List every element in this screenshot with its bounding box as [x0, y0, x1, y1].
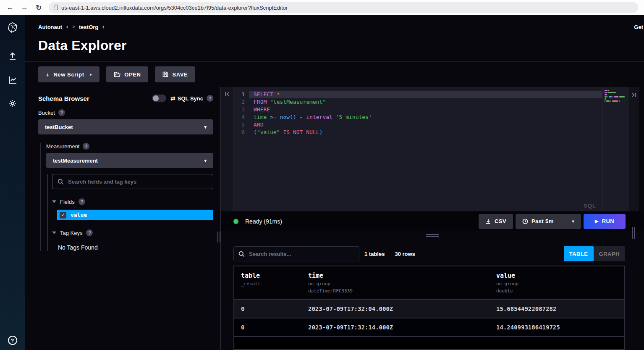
status-dot-icon: [233, 219, 238, 224]
results-panel: Search results... 1 tables 30 rows TABLE…: [221, 239, 644, 350]
schema-browser-title: Schema Browser: [38, 95, 89, 102]
save-icon: [162, 71, 168, 77]
column-header: valueno groupdouble: [490, 272, 624, 294]
table-row: 02023-07-09T17:32:14.000Z14.240993186419…: [234, 318, 624, 337]
sync-arrows-icon: ⇄: [170, 95, 175, 102]
bucket-dropdown[interactable]: testBucket▾: [38, 119, 213, 134]
influxdb-logo[interactable]: [0, 15, 25, 40]
sql-editor[interactable]: 123456 SELECT *FROM "testMeasurement"WHE…: [221, 87, 628, 211]
tab-table[interactable]: TABLE: [564, 246, 594, 261]
results-search-input[interactable]: Search results...: [233, 246, 359, 261]
save-button[interactable]: SAVE: [155, 66, 195, 82]
results-rows: 02023-07-09T17:32:04.000Z15.685449220872…: [234, 300, 624, 337]
download-icon: [485, 218, 491, 224]
play-icon: ▶: [595, 218, 599, 224]
run-query-button[interactable]: ▶ RUN: [584, 214, 626, 229]
padlock-icon: [54, 7, 58, 10]
nav-right-text[interactable]: Get: [634, 24, 643, 30]
query-statusbar: Ready (91ms) CSV Past 5m ▾ ▶: [221, 211, 644, 231]
code-line: FROM "testMeasurement": [249, 98, 602, 106]
code-line: ("value" IS NOT NULL): [249, 129, 602, 136]
collapse-left-strip[interactable]: [221, 87, 233, 211]
breadcrumb: Autonaut ▲▼ > testOrg ▲▼ Get: [25, 15, 644, 30]
chevron-down-icon: ▾: [90, 72, 92, 77]
fields-search-input[interactable]: Search fields and tag keys: [52, 174, 213, 189]
time-range-dropdown[interactable]: Past 5m ▾: [516, 214, 581, 229]
expand-right-strip[interactable]: [628, 87, 639, 211]
code-line: time >= now() - interval '5 minutes': [249, 113, 602, 121]
checkbox-checked-icon[interactable]: ✓: [60, 212, 66, 218]
open-button[interactable]: OPEN: [106, 66, 148, 82]
language-label: SQL: [584, 203, 596, 209]
tables-count: 1 tables: [364, 251, 385, 257]
field-item-value[interactable]: ✓ value: [57, 210, 213, 220]
measurement-help-icon[interactable]: ?: [83, 143, 89, 150]
table-row: 02023-07-09T17:32:04.000Z15.685449220872…: [234, 300, 624, 318]
code-line: WHERE: [249, 106, 602, 113]
fields-help-icon[interactable]: ?: [79, 198, 85, 205]
tab-graph[interactable]: GRAPH: [594, 246, 625, 261]
horizontal-drag-handle[interactable]: [426, 234, 439, 238]
bucket-help-icon[interactable]: ?: [58, 109, 65, 116]
collapse-left-icon: [224, 91, 230, 97]
suborg-name[interactable]: testOrg: [79, 24, 98, 30]
folder-icon: [114, 71, 120, 77]
results-resize-divider[interactable]: [221, 231, 644, 239]
breadcrumb-separator: >: [72, 24, 75, 30]
data-explorer-icon[interactable]: [0, 73, 25, 87]
measurement-label: Measurement?: [46, 143, 213, 150]
sql-sync-label: ⇄ SQL Sync: [170, 95, 203, 102]
plus-icon: +: [46, 71, 50, 78]
chevron-down-icon: ▾: [204, 124, 207, 130]
fields-group[interactable]: Fields ?: [52, 198, 213, 205]
line-numbers: 123456: [233, 87, 249, 211]
no-tags-text: No Tags Found: [58, 244, 213, 251]
settings-gear-icon[interactable]: [0, 96, 25, 111]
code-lines[interactable]: SELECT *FROM "testMeasurement"WHEREtime …: [249, 87, 602, 211]
bucket-label: Bucket?: [38, 109, 213, 116]
code-line: AND: [249, 121, 602, 129]
browser-chrome: ← → ↻ us-east-1-1.aws.cloud2.influxdata.…: [0, 0, 644, 15]
chevron-down-icon[interactable]: [52, 200, 56, 203]
org-switcher-icon[interactable]: ▲▼: [66, 25, 68, 29]
org-name[interactable]: Autonaut: [38, 24, 62, 30]
help-icon[interactable]: ?: [8, 336, 17, 345]
measurement-dropdown[interactable]: testMeasurement▾: [46, 153, 213, 168]
chevron-down-icon[interactable]: [52, 232, 56, 234]
vertical-drag-handle[interactable]: [632, 227, 635, 239]
csv-download-button[interactable]: CSV: [479, 214, 513, 229]
expand-right-icon: [631, 92, 637, 98]
column-header: table_result: [234, 272, 301, 294]
search-icon: [58, 179, 64, 185]
back-icon[interactable]: ←: [6, 3, 14, 12]
page-title: Data Explorer: [38, 36, 644, 55]
url-text[interactable]: us-east-1-1.aws.cloud2.influxdata.com/or…: [61, 5, 288, 11]
sidebar: ?: [0, 15, 25, 350]
search-icon: [238, 251, 245, 257]
forward-icon[interactable]: →: [20, 3, 29, 12]
script-toolbar: + New Script ▾ OPEN SAVE: [25, 62, 644, 87]
sql-sync-help-icon[interactable]: ?: [207, 95, 213, 102]
refresh-icon[interactable]: ↻: [34, 3, 43, 12]
new-script-button[interactable]: + New Script ▾: [38, 66, 99, 82]
tag-keys-help-icon[interactable]: ?: [86, 229, 93, 236]
suborg-switcher-icon[interactable]: ▲▼: [102, 25, 105, 29]
upload-icon[interactable]: [0, 49, 25, 63]
view-tabs: TABLE GRAPH: [564, 246, 625, 261]
results-table: table_resulttimeno groupdateTime:RFC3339…: [233, 266, 625, 350]
sql-sync-toggle[interactable]: [152, 95, 166, 102]
schema-browser-panel: Schema Browser ⇄ SQL Sync ? Bucket? test…: [25, 87, 221, 350]
code-line: SELECT *: [249, 91, 602, 98]
chevron-down-icon: ▾: [572, 219, 574, 224]
clock-icon: [522, 218, 528, 224]
status-text: Ready (91ms): [245, 218, 282, 225]
panel-resize-handle[interactable]: [217, 232, 220, 242]
address-bar[interactable]: us-east-1-1.aws.cloud2.influxdata.com/or…: [49, 2, 638, 13]
rows-count: 30 rows: [395, 251, 415, 257]
column-header: timeno groupdateTime:RFC3339: [301, 272, 490, 294]
minimap[interactable]: [602, 87, 628, 211]
chevron-down-icon: ▾: [204, 158, 207, 163]
results-header-row: table_resulttimeno groupdateTime:RFC3339…: [234, 266, 624, 300]
tag-keys-group[interactable]: Tag Keys ?: [52, 229, 213, 236]
